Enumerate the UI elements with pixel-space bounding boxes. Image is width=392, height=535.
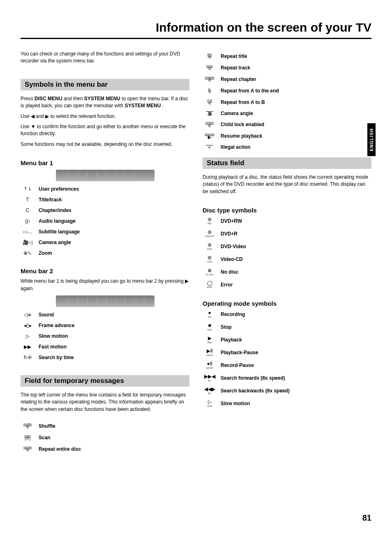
icon-item-label: Error [221, 282, 233, 288]
icon-item: ▶▶◀8xSearch forwards (8x speed) [203, 374, 371, 382]
page-number: 81 [362, 513, 371, 523]
icon-sub: rec [208, 316, 211, 318]
icon-item: chapter⟲Repeat chapter [203, 76, 371, 83]
icon-glyph: ⊕⤡ [23, 251, 32, 256]
icon-item-label: Zoom [39, 250, 52, 256]
icon-item-label: Repeat from A to B [221, 99, 265, 105]
icon-glyph: ■ [208, 323, 211, 328]
icon-item: CChapter/index [21, 208, 189, 213]
symbol-icon: ▶▶ [21, 344, 35, 349]
icon-item: ▷slowSlow motion [203, 399, 371, 407]
temp-messages-left: shuffle⥀Shufflescan(↺)Scanrepeat⟲Repeat … [21, 423, 189, 452]
icon-item-label: Recording [221, 311, 245, 317]
symbol-icon: ≣no disc [203, 268, 217, 276]
message-icon: 🎥 [203, 111, 217, 116]
icon-item-label: Video-CD [221, 256, 243, 262]
symbol-icon: T [21, 197, 35, 202]
p1b: and then [62, 96, 84, 101]
icon-item: ✕Illegal action [203, 144, 371, 150]
status-field-intro: During playback of a disc, the status fi… [203, 174, 371, 195]
message-icon: track⟲ [203, 65, 217, 71]
icon-item: ≣no discNo disc [203, 268, 371, 276]
icon-glyph: ◀◀▶ [204, 387, 215, 392]
icon-glyph: ◯ [207, 281, 212, 286]
icon-item-label: Playback [221, 337, 242, 343]
icon-item: ◀◀▶8xSearch backwards (8x speed) [203, 387, 371, 394]
icon-item: ▭…Subtitle language [21, 229, 189, 235]
disc-types-list: ⊚RWDVD+RW⊚DVD+RDVD+R⊚DVDDVD-Video⊚VCDVid… [203, 217, 371, 288]
symbol-icon: ▭… [21, 229, 35, 234]
icon-glyph: 🎥◁ [23, 240, 32, 245]
icon-glyph: ▶▶ [24, 344, 31, 349]
symbol-icon: ▶play [203, 336, 217, 344]
icon-glyph: ((‹ [25, 219, 30, 224]
icon-sub: pause [206, 367, 213, 369]
icon-item-label: Slow motion [221, 401, 250, 406]
symbol-icon: ◁≑ [21, 312, 35, 317]
icon-sub: RW [208, 222, 212, 225]
icon-item: resume▮▸Resume playback [203, 133, 371, 139]
icon-item: repeat⟲Repeat entire disc [21, 446, 189, 452]
symbol-icon: ⊚VCD [203, 255, 217, 263]
icon-item: ⊕⤡Zoom [21, 250, 189, 256]
icon-glyph: T [26, 197, 29, 202]
symbol-icon: ⇡⇂ [21, 187, 35, 191]
icon-item: ⊚VCDVideo-CD [203, 255, 371, 263]
icon-item: shuffle⥀Shuffle [21, 423, 189, 429]
icon-item-label: Chapter/index [39, 208, 71, 213]
icon-item: ▶▶Fast motion [21, 344, 189, 350]
disc-types-heading: Disc type symbols [203, 207, 371, 214]
icon-item-label: Repeat entire disc [39, 446, 81, 452]
icon-glyph: ⇡⇂ [23, 187, 32, 191]
symbol-icon: ◂▯▸ [21, 323, 35, 328]
icon-item-label: Fast motion [39, 344, 67, 350]
icon-item: ◯errorError [203, 281, 371, 288]
icon-sub: DVD+R [205, 235, 214, 238]
icon-item-label: Record-Pause [221, 362, 254, 368]
icon-item-label: Repeat title [221, 53, 247, 59]
symbol-icon: ⊚RW [203, 217, 217, 225]
message-icon: resume▮▸ [203, 133, 217, 139]
icon-item: ■stopStop [203, 323, 371, 331]
icon-glyph: ⊚ [208, 242, 212, 247]
msg-icon-bot: ▮▸ [208, 136, 212, 139]
icon-item-label: Repeat chapter [221, 76, 256, 82]
symbol-icon: ⊚DVD+R [203, 230, 217, 238]
menu-bar2-image [56, 295, 154, 307]
message-icon: title⟲ [203, 53, 217, 60]
symbol-icon: ◀◀▶8x [203, 387, 217, 394]
message-icon: scan(↺) [21, 434, 35, 441]
icon-item: ⊚DVD+RDVD+R [203, 230, 371, 238]
icon-item-label: Slow motion [39, 333, 68, 339]
message-icon: repeat⟲ [21, 446, 35, 452]
field-temp-title: Field for temporary messages [21, 375, 189, 387]
msg-icon-bot: ⊚ [208, 124, 211, 128]
icon-item-label: Search backwards (8x speed) [221, 388, 290, 394]
symbol-icon: ●Ⅱpause [203, 361, 217, 369]
icon-item: ↻④Search by time [21, 355, 189, 360]
icon-item-label: Frame advance [39, 323, 74, 328]
icon-item-label: Search forwards (8x speed) [221, 375, 285, 381]
icon-item-label: Repeat track [221, 65, 250, 71]
icon-sub: no disc [205, 273, 213, 276]
icon-item-label: Sound [39, 312, 54, 318]
icon-sub: 8x [208, 392, 211, 394]
icon-sub: stop [207, 328, 212, 331]
icon-item-label: Repeat from A to the end [221, 88, 279, 94]
icon-item: ⊚DVDDVD-Video [203, 242, 371, 250]
icon-item-label: Camera angle [39, 240, 71, 245]
msg-icon-bot: ⟲ [208, 102, 211, 106]
icon-glyph: ⊚ [208, 217, 212, 222]
symbol-icon: ■stop [203, 323, 217, 331]
icon-glyph: ▭… [23, 229, 32, 234]
msg-icon-bot: ✕ [208, 146, 211, 150]
message-icon: A-⟲ [203, 88, 217, 94]
status-field-title: Status field [203, 157, 371, 169]
kw-disc-menu: DISC MENU [35, 96, 62, 101]
icon-item-label: Audio language [39, 218, 76, 224]
icon-item-label: DVD+RW [221, 218, 242, 224]
p1d: . [161, 103, 164, 108]
symbol-icon: C [21, 208, 35, 213]
op-mode-list: ●recRecording■stopStop▶playPlayback▶Ⅱpau… [203, 310, 371, 407]
icon-item: TTitle/track [21, 197, 189, 203]
